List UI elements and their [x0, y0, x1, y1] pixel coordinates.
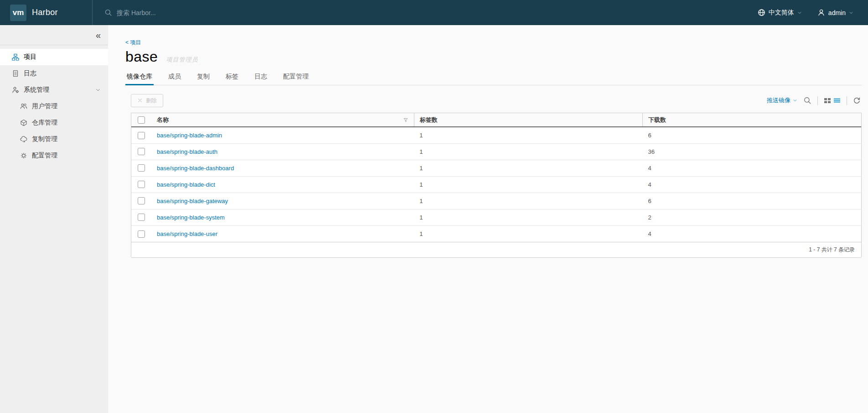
collapse-sidebar-icon[interactable]: «: [96, 31, 101, 40]
row-select-cell: [131, 127, 151, 143]
column-header-name: 名称: [151, 113, 414, 127]
downloads-count: 4: [648, 165, 651, 172]
app-header: vm Harbor 中文简体 admin: [0, 0, 868, 25]
tab-members[interactable]: 成员: [167, 73, 182, 85]
sidebar-item-configuration[interactable]: 配置管理: [0, 147, 108, 164]
delete-button-label: 删除: [146, 97, 157, 105]
sidebar-item-label: 用户管理: [32, 102, 57, 110]
tags-cell: 1: [414, 127, 642, 143]
row-checkbox[interactable]: [138, 164, 145, 172]
search-repo-button[interactable]: [803, 96, 811, 105]
row-checkbox[interactable]: [138, 148, 145, 155]
row-select-cell: [131, 193, 151, 209]
repo-link[interactable]: base/spring-blade-system: [157, 214, 225, 221]
push-image-dropdown[interactable]: 推送镜像: [767, 96, 797, 105]
tags-cell: 1: [414, 176, 642, 193]
sidebar-item-registry-management[interactable]: 仓库管理: [0, 115, 108, 131]
repo-table-body: base/spring-blade-admin 1 6 base/spring-…: [131, 127, 861, 242]
table-row: base/spring-blade-dashboard 1 4: [131, 160, 861, 176]
header-actions: 中文简体 admin: [758, 0, 868, 25]
repo-name-cell: base/spring-blade-user: [151, 225, 414, 242]
repo-name-cell: base/spring-blade-dict: [151, 176, 414, 193]
repo-name-cell: base/spring-blade-dashboard: [151, 160, 414, 176]
select-all-checkbox[interactable]: [138, 116, 145, 124]
sidebar-item-label: 仓库管理: [32, 119, 57, 127]
sidebar-item-label: 系统管理: [24, 86, 49, 94]
filter-button[interactable]: [403, 117, 408, 123]
gear-icon: [20, 152, 27, 159]
user-menu[interactable]: admin: [817, 9, 853, 16]
sidebar-item-administration[interactable]: 系统管理: [0, 82, 108, 98]
branding[interactable]: vm Harbor: [0, 0, 92, 25]
repo-name-cell: base/spring-blade-system: [151, 209, 414, 225]
global-search-input[interactable]: [117, 9, 253, 16]
record-count: 1 - 7 共计 7 条记录: [809, 246, 855, 254]
downloads-count: 6: [648, 132, 651, 139]
repo-link[interactable]: base/spring-blade-dict: [157, 181, 215, 188]
tab-labels[interactable]: 标签: [224, 73, 240, 85]
column-header-downloads: 下载数: [642, 113, 861, 127]
close-icon: [137, 98, 143, 103]
sidebar-item-label: 配置管理: [32, 152, 57, 160]
row-select-cell: [131, 143, 151, 160]
repo-link[interactable]: base/spring-blade-user: [157, 230, 217, 237]
downloads-count: 6: [648, 198, 651, 204]
table-row: base/spring-blade-auth 1 36: [131, 143, 861, 160]
tags-cell: 1: [414, 160, 642, 176]
global-search: [92, 0, 758, 25]
vmware-logo: vm: [10, 5, 26, 21]
row-select-cell: [131, 176, 151, 193]
downloads-cell: 6: [642, 127, 861, 143]
sidebar-item-label: 项目: [24, 53, 36, 61]
refresh-button[interactable]: [853, 97, 861, 105]
chevron-down-icon: [849, 10, 853, 15]
repo-link[interactable]: base/spring-blade-gateway: [157, 198, 228, 204]
search-icon: [803, 96, 811, 105]
tab-configuration[interactable]: 配置管理: [282, 73, 310, 85]
chevron-down-icon: [95, 87, 101, 93]
list-view-icon: [833, 97, 841, 104]
list-view-button[interactable]: [833, 97, 841, 104]
divider: [847, 96, 847, 105]
tags-count: 1: [419, 132, 423, 139]
tags-cell: 1: [414, 143, 642, 160]
expander[interactable]: [95, 87, 101, 93]
chevron-down-icon: [797, 10, 802, 15]
sidebar-item-logs[interactable]: 日志: [0, 65, 108, 82]
row-checkbox[interactable]: [138, 197, 145, 204]
sidebar-item-user-management[interactable]: 用户管理: [0, 98, 108, 115]
language-menu[interactable]: 中文简体: [758, 9, 802, 17]
card-view-button[interactable]: [824, 97, 831, 104]
repo-link[interactable]: base/spring-blade-auth: [157, 148, 217, 155]
downloads-count: 4: [648, 230, 651, 237]
chevron-down-icon: [793, 98, 797, 103]
row-checkbox[interactable]: [138, 181, 145, 188]
sidebar-item-replication-management[interactable]: 复制管理: [0, 131, 108, 147]
downloads-cell: 2: [642, 209, 861, 225]
downloads-count: 2: [648, 214, 651, 221]
tags-count: 1: [419, 148, 423, 155]
table-header-row: 名称 标签数 下载数: [131, 113, 861, 127]
tab-replication[interactable]: 复制: [196, 73, 211, 85]
sidebar-item-projects[interactable]: 项目: [0, 49, 108, 65]
repo-toolbar: 删除 推送镜像: [131, 94, 862, 107]
row-checkbox[interactable]: [138, 230, 145, 238]
row-select-cell: [131, 160, 151, 176]
tags-count: 1: [419, 181, 423, 188]
tab-logs[interactable]: 日志: [253, 73, 269, 85]
delete-button[interactable]: 删除: [131, 94, 163, 107]
tags-cell: 1: [414, 193, 642, 209]
datagrid-footer: 1 - 7 共计 7 条记录: [131, 242, 861, 257]
repositories-table: 名称 标签数 下载数 base/spring-blade-admin 1 6: [131, 113, 861, 242]
breadcrumb-projects-link[interactable]: < 项目: [125, 39, 141, 47]
grid-view-icon: [824, 97, 831, 104]
tab-repositories[interactable]: 镜像仓库: [125, 73, 154, 85]
repo-link[interactable]: base/spring-blade-dashboard: [157, 165, 234, 172]
main-content: < 项目 base 项目管理员 镜像仓库 成员 复制 标签 日志 配置管理 删除…: [108, 25, 868, 413]
select-all-header: [131, 113, 151, 127]
admin-user-gear-icon: [12, 86, 19, 94]
repo-link[interactable]: base/spring-blade-admin: [157, 132, 222, 139]
row-checkbox[interactable]: [138, 214, 145, 221]
tags-count: 1: [419, 230, 423, 237]
row-checkbox[interactable]: [138, 132, 145, 139]
